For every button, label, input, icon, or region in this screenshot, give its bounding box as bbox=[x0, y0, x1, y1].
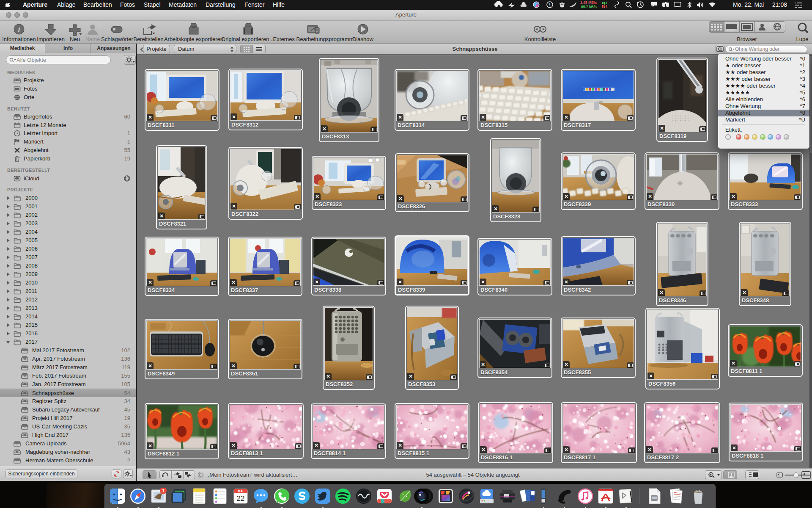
svg-text:22: 22 bbox=[237, 494, 245, 502]
svg-text:1: 1 bbox=[162, 489, 165, 493]
svg-text:MAI: MAI bbox=[238, 490, 244, 493]
svg-text:1: 1 bbox=[730, 473, 732, 478]
svg-text:!: ! bbox=[549, 3, 550, 7]
svg-text:65.7 kB/s: 65.7 kB/s bbox=[581, 5, 597, 9]
svg-text:1.45 MB/s: 1.45 MB/s bbox=[580, 0, 597, 5]
